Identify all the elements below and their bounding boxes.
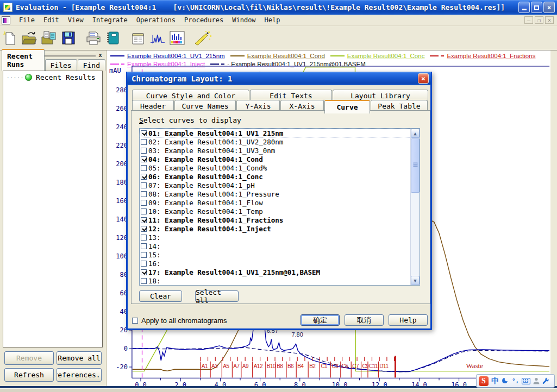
menu-window[interactable]: Window xyxy=(228,15,260,25)
scroll-up-icon[interactable]: ▲ xyxy=(411,129,420,138)
punctuation-icon[interactable]: °, xyxy=(512,377,519,384)
remove-all-button[interactable]: Remove all xyxy=(57,351,102,365)
curve-list-row[interactable]: 12: Example Result004:1_Inject xyxy=(140,224,420,233)
curve-checkbox[interactable] xyxy=(141,165,147,171)
close-button[interactable]: × xyxy=(543,2,555,13)
curve-list-row[interactable]: 05: Example Result004:1_Cond% xyxy=(140,163,420,172)
document-icon[interactable] xyxy=(2,16,10,24)
preferences-button[interactable]: Preferences... xyxy=(57,368,102,382)
child-minimize-button[interactable]: – xyxy=(524,16,533,24)
curve-checkbox[interactable] xyxy=(141,182,147,188)
tab-files[interactable]: Files xyxy=(45,59,77,71)
curve-checkbox[interactable] xyxy=(141,208,147,214)
minimize-button[interactable] xyxy=(518,2,530,13)
curve-list-row[interactable]: 01: Example Result004:1_UV1_215nm xyxy=(140,129,420,137)
chinese-mode-icon[interactable]: 中 xyxy=(491,376,499,386)
dialog-tab-layout-library[interactable]: Layout Library xyxy=(333,90,428,101)
list-scrollbar[interactable]: ▲ ▼ xyxy=(410,129,420,285)
tree-item-recent-results[interactable]: ····· Recent Results xyxy=(3,71,102,81)
curve-checkbox[interactable] xyxy=(141,261,147,267)
open-result-icon[interactable] xyxy=(20,28,39,48)
curve-checkbox[interactable] xyxy=(141,252,147,258)
curve-list-row[interactable]: 15: xyxy=(140,250,420,259)
help-button[interactable]: Help xyxy=(389,314,428,326)
curve-list[interactable]: 01: Example Result004:1_UV1_215nm02: Exa… xyxy=(139,128,420,286)
menu-help[interactable]: Help xyxy=(260,15,285,25)
wrench-icon[interactable] xyxy=(542,377,549,384)
dialog-tab-edit-texts[interactable]: Edit Texts xyxy=(250,90,332,101)
curve-list-row[interactable]: 16: xyxy=(140,259,420,268)
curve-list-row[interactable]: 04: Example Result004:1_Cond xyxy=(140,155,420,163)
keyboard-icon[interactable] xyxy=(522,378,530,384)
curve-checkbox[interactable] xyxy=(141,269,147,275)
curve-list-row[interactable]: 02: Example Result004:1_UV2_280nm xyxy=(140,137,420,146)
curve-checkbox[interactable] xyxy=(141,130,147,136)
curve-checkbox[interactable] xyxy=(141,200,147,206)
tab-recent-runs[interactable]: Recent Runs xyxy=(2,49,45,71)
curve-checkbox[interactable] xyxy=(141,139,147,145)
curve-checkbox[interactable] xyxy=(141,174,147,180)
dialog-tab-curve[interactable]: Curve xyxy=(324,100,370,113)
curve-list-row[interactable]: 13: xyxy=(140,233,420,242)
tab-find[interactable]: Find xyxy=(78,59,105,71)
curve-list-row[interactable]: 17: Example Result004:1_UV1_215nm@01,BAS… xyxy=(140,268,420,276)
histogram-icon[interactable] xyxy=(167,28,187,48)
curve-checkbox[interactable] xyxy=(141,156,147,162)
menu-file[interactable]: File xyxy=(15,15,39,25)
y-tick-label: 0 xyxy=(124,345,128,352)
curve-checkbox[interactable] xyxy=(141,191,147,197)
cancel-button[interactable]: 取消 xyxy=(345,314,384,326)
child-restore-button[interactable]: ❐ xyxy=(535,16,543,24)
curve-label: 05: Example Result004:1_Cond% xyxy=(148,164,267,172)
user-icon[interactable] xyxy=(533,377,540,384)
chromatogram-icon[interactable] xyxy=(148,28,167,48)
title-bar: Evaluation - [Example Result004:1 [v:\UN… xyxy=(0,0,557,15)
curve-label: 01: Example Result004:1_UV1_215nm xyxy=(148,129,283,137)
menu-view[interactable]: View xyxy=(64,15,88,25)
select-all-button[interactable]: Select all xyxy=(195,290,239,302)
new-document-icon[interactable] xyxy=(0,28,20,48)
print-icon[interactable] xyxy=(84,28,103,48)
moon-icon[interactable] xyxy=(502,377,509,385)
curve-checkbox[interactable] xyxy=(141,235,147,241)
menu-edit[interactable]: Edit xyxy=(39,15,64,25)
curve-list-row[interactable]: 11: Example Result004:1_Fractions xyxy=(140,216,420,224)
menu-integrate[interactable]: Integrate xyxy=(88,15,132,25)
save-icon[interactable] xyxy=(59,28,78,48)
notebook-icon[interactable] xyxy=(103,28,123,48)
menu-operations[interactable]: Operations xyxy=(132,15,180,25)
curve-checkbox[interactable] xyxy=(141,278,147,284)
app-icon xyxy=(3,3,12,12)
sogou-logo-icon[interactable]: S xyxy=(479,376,489,386)
curve-list-row[interactable]: 14: xyxy=(140,242,420,250)
menu-procedures[interactable]: Procedures xyxy=(180,15,228,25)
curve-checkbox[interactable] xyxy=(141,148,147,154)
curve-list-row[interactable]: 10: Example Result004:1_Temp xyxy=(140,207,420,216)
curve-list-row[interactable]: 07: Example Result004:1_pH xyxy=(140,181,420,189)
curve-checkbox[interactable] xyxy=(141,217,147,223)
curve-list-row[interactable]: 06: Example Result004:1_Conc xyxy=(140,172,420,181)
apply-all-checkbox[interactable] xyxy=(132,318,138,324)
refresh-button[interactable]: Refresh xyxy=(4,368,54,382)
remove-button[interactable]: Remove xyxy=(4,351,54,365)
scrollbar-thumb[interactable] xyxy=(411,138,420,193)
fraction-label: C9 xyxy=(362,363,370,369)
curve-list-row[interactable]: 09: Example Result004:1_Flow xyxy=(140,198,420,207)
dialog-tab-curve-style-and-color[interactable]: Curve Style and Color xyxy=(132,90,249,101)
dialog-title-bar[interactable]: Chromatogram Layout: 1 × xyxy=(127,72,431,85)
curve-list-row[interactable]: 08: Example Result004:1_Pressure xyxy=(140,189,420,198)
curve-checkbox[interactable] xyxy=(141,226,147,232)
copy-result-icon[interactable] xyxy=(39,28,59,48)
curve-checkbox[interactable] xyxy=(141,243,147,249)
ok-button[interactable]: 确定 xyxy=(301,314,340,326)
maximize-button[interactable] xyxy=(531,2,542,13)
report-icon[interactable] xyxy=(128,28,148,48)
wizard-icon[interactable] xyxy=(192,28,212,48)
dialog-close-button[interactable]: × xyxy=(418,73,429,84)
x-tick-label: 6.0 xyxy=(254,381,266,386)
clear-button[interactable]: Clear xyxy=(139,290,182,302)
scroll-down-icon[interactable]: ▼ xyxy=(411,276,420,285)
curve-list-row[interactable]: 18: xyxy=(140,276,420,285)
curve-list-row[interactable]: 03: Example Result004:1_UV3_0nm xyxy=(140,146,420,155)
child-close-button[interactable]: × xyxy=(545,16,554,24)
